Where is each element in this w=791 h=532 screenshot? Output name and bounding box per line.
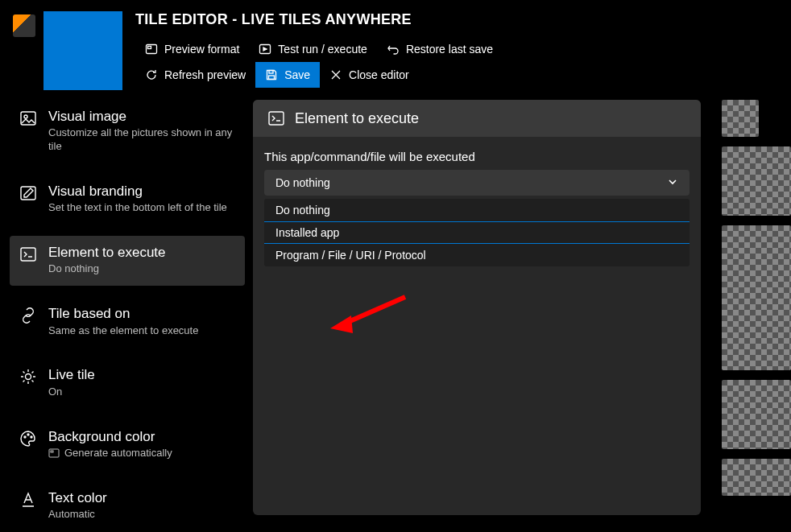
dropdown-button[interactable]: Do nothing — [264, 170, 690, 196]
preview-icon — [145, 43, 158, 56]
tile-thumb-small[interactable] — [722, 100, 759, 137]
svg-rect-8 — [21, 248, 35, 261]
svg-point-11 — [27, 434, 29, 435]
svg-point-6 — [24, 115, 27, 118]
svg-rect-3 — [269, 71, 273, 74]
palette-icon — [19, 430, 37, 447]
svg-rect-7 — [21, 187, 35, 200]
preview-format-button[interactable]: Preview format — [135, 36, 249, 62]
sidebar-item-text-color[interactable]: Text color Automatic — [10, 481, 245, 531]
execute-icon — [19, 245, 37, 263]
tile-thumb-medium[interactable] — [722, 146, 791, 216]
execute-dropdown[interactable]: Do nothing Do nothing Installed app Prog… — [264, 170, 690, 266]
sidebar-item-tile-based[interactable]: Tile based on Same as the element to exe… — [10, 297, 245, 347]
svg-point-12 — [31, 436, 32, 438]
svg-rect-4 — [269, 76, 275, 80]
link-icon — [19, 307, 37, 324]
image-icon — [19, 109, 37, 127]
panel-header: Element to execute — [253, 100, 701, 137]
sidebar-item-live-tile[interactable]: Live tile On — [10, 358, 245, 408]
svg-rect-1 — [148, 47, 151, 49]
execute-icon — [267, 109, 285, 127]
dropdown-option-program[interactable]: Program / File / URI / Protocol — [264, 244, 690, 266]
refresh-button[interactable]: Refresh preview — [135, 62, 255, 88]
test-run-button[interactable]: Test run / execute — [249, 36, 377, 62]
save-icon — [265, 68, 278, 81]
close-icon — [329, 68, 342, 81]
dropdown-option-do-nothing[interactable]: Do nothing — [264, 199, 690, 221]
svg-point-9 — [26, 374, 31, 380]
toolbar: Preview format Test run / execute Restor… — [135, 36, 603, 88]
svg-rect-5 — [21, 112, 35, 125]
restore-button[interactable]: Restore last save — [377, 36, 503, 62]
dropdown-option-installed-app[interactable]: Installed app — [264, 221, 690, 244]
tile-thumb-large[interactable] — [722, 380, 791, 449]
tile-preview — [43, 11, 122, 90]
svg-point-10 — [24, 436, 26, 438]
main-panel: Element to execute This app/command/file… — [253, 100, 701, 515]
refresh-icon — [145, 68, 158, 81]
chevron-down-icon — [667, 176, 678, 190]
tile-thumb-extra[interactable] — [722, 459, 791, 496]
auto-icon — [48, 447, 60, 459]
header: TILE EDITOR - LIVE TILES ANYWHERE Previe… — [0, 0, 791, 97]
sidebar-item-element-execute[interactable]: Element to execute Do nothing — [10, 236, 245, 286]
tile-size-previews — [722, 97, 791, 531]
edit-icon — [19, 184, 37, 202]
tile-thumb-wide[interactable] — [722, 225, 791, 370]
svg-rect-14 — [51, 451, 53, 452]
close-button[interactable]: Close editor — [320, 62, 419, 88]
save-button[interactable]: Save — [255, 62, 320, 88]
run-icon — [259, 43, 271, 56]
undo-icon — [387, 43, 400, 56]
brightness-icon — [19, 368, 37, 386]
svg-rect-15 — [269, 112, 284, 125]
dropdown-list: Do nothing Installed app Program / File … — [264, 199, 690, 266]
sidebar-item-bg-color[interactable]: Background color Generate automatically — [10, 420, 245, 470]
sidebar-item-visual-image[interactable]: Visual image Customize all the pictures … — [10, 100, 245, 163]
text-color-icon — [19, 491, 37, 509]
sidebar-item-visual-branding[interactable]: Visual branding Set the text in the bott… — [10, 175, 245, 225]
page-title: TILE EDITOR - LIVE TILES ANYWHERE — [135, 11, 778, 28]
panel-label: This app/command/file will be executed — [264, 150, 690, 163]
sidebar: Visual image Customize all the pictures … — [10, 97, 245, 531]
app-icon — [13, 14, 35, 37]
